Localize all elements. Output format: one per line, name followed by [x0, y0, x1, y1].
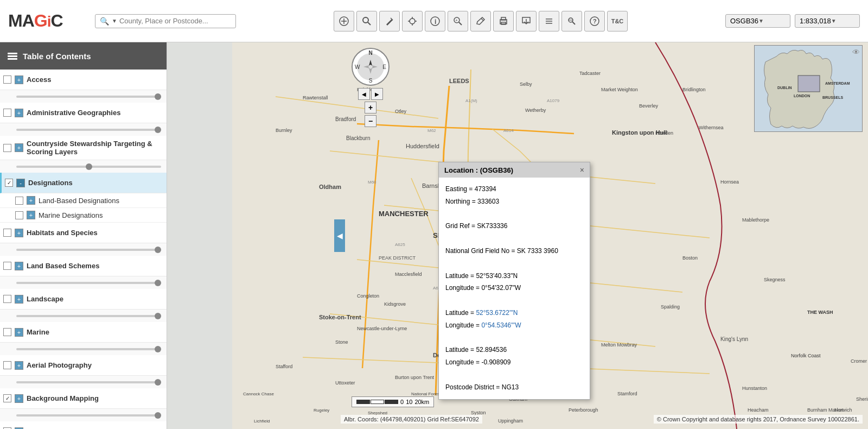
- designations-expand[interactable]: -: [16, 179, 25, 187]
- svg-rect-18: [501, 17, 506, 20]
- marine-opacity-slider[interactable]: [16, 348, 161, 350]
- nav-btn-right[interactable]: ▶: [371, 88, 383, 100]
- aerial-opacity-slider[interactable]: [16, 381, 161, 383]
- location-popup: Location : (OSGB36) × Easting = 473394 N…: [438, 162, 590, 400]
- aerial-expand[interactable]: +: [15, 361, 23, 370]
- svg-text:Selby: Selby: [520, 81, 532, 87]
- toolbar-export-btn[interactable]: [516, 11, 537, 31]
- toolbar-edit-btn[interactable]: [470, 11, 491, 31]
- toolbar-find-btn[interactable]: [561, 11, 582, 31]
- toc-item-os-colour[interactable]: + OS Colour Mapping: [0, 421, 167, 429]
- bg-mapping-checkbox[interactable]: [3, 394, 11, 402]
- zoom-out-btn[interactable]: −: [365, 115, 376, 127]
- designations-checkbox[interactable]: [5, 179, 13, 187]
- svg-text:Spalding: Spalding: [661, 304, 680, 310]
- map-navigation-controls: N E S W ◀ ▶ + −: [352, 48, 390, 127]
- toc-item-habitats[interactable]: + Habitats and Species: [0, 223, 167, 256]
- habitats-opacity-slider[interactable]: [16, 249, 161, 251]
- scale-select[interactable]: 1:833,018 ▼: [795, 14, 860, 28]
- sidebar-collapse-btn[interactable]: ◀: [334, 219, 345, 252]
- admin-geo-checkbox[interactable]: [3, 109, 11, 117]
- toolbar-tc-btn[interactable]: T&C: [607, 11, 628, 31]
- access-checkbox[interactable]: [3, 75, 11, 84]
- layers-icon: [8, 53, 17, 60]
- land-based-expand[interactable]: +: [15, 262, 23, 270]
- nav-btn-left[interactable]: ◀: [358, 88, 370, 100]
- toc-item-bg-mapping[interactable]: + Background Mapping: [0, 388, 167, 421]
- land-based-opacity-slider[interactable]: [16, 282, 161, 284]
- habitats-expand[interactable]: +: [15, 229, 23, 237]
- svg-marker-110: [369, 68, 372, 74]
- toc-item-land-based[interactable]: + Land Based Schemes: [0, 256, 167, 289]
- toolbar-search-btn[interactable]: [356, 11, 377, 31]
- svg-line-14: [459, 22, 462, 25]
- habitats-checkbox[interactable]: [3, 229, 11, 237]
- location-popup-title: Location : (OSGB36): [444, 166, 513, 174]
- copyright-bar: © Crown Copyright and database rights 20…: [654, 415, 863, 424]
- marine-expand[interactable]: +: [15, 328, 23, 337]
- cs-targeting-checkbox[interactable]: [3, 144, 11, 152]
- logo-g: G: [34, 11, 47, 30]
- admin-geo-expand[interactable]: +: [15, 109, 23, 117]
- compass-rose: N E S W: [352, 48, 390, 86]
- admin-geo-opacity-slider[interactable]: [16, 129, 161, 131]
- zoom-in-btn[interactable]: +: [365, 102, 376, 113]
- marine-desig-label: Marine Designations: [39, 211, 162, 219]
- toolbar-identify-btn[interactable]: i: [425, 11, 445, 31]
- svg-text:Stamford: Stamford: [617, 391, 637, 396]
- marine-checkbox[interactable]: [3, 328, 11, 336]
- toolbar-help-btn[interactable]: ?: [584, 11, 605, 31]
- svg-text:Bridlington: Bridlington: [682, 87, 706, 92]
- coordinate-system-select[interactable]: OSGB36 ▼: [725, 14, 790, 28]
- toc-item-cs-targeting[interactable]: + Countryside Stewardship Targeting & Sc…: [0, 136, 167, 173]
- svg-text:Stoke-on-Trent: Stoke-on-Trent: [319, 314, 361, 320]
- toolbar-draw-btn[interactable]: [379, 11, 400, 31]
- mini-map-toggle-btn[interactable]: 👁: [852, 48, 860, 56]
- svg-text:Hunstanton: Hunstanton: [742, 386, 767, 391]
- scale-line: [356, 400, 398, 404]
- toolbar-print-btn[interactable]: [493, 11, 514, 31]
- svg-text:Peterborough: Peterborough: [569, 407, 598, 413]
- toc-item-landscape[interactable]: + Landscape: [0, 289, 167, 322]
- toc-item-admin-geo[interactable]: + Administrative Geographies: [0, 103, 167, 136]
- bg-mapping-opacity-slider[interactable]: [16, 414, 161, 417]
- access-opacity-slider[interactable]: [16, 96, 161, 98]
- location-popup-close-btn[interactable]: ×: [580, 166, 584, 174]
- location-northing: Northing = 333603: [445, 195, 583, 208]
- svg-text:Mablethorpe: Mablethorpe: [742, 217, 769, 223]
- landscape-checkbox[interactable]: [3, 295, 11, 303]
- logo-i: i: [47, 13, 51, 30]
- bg-mapping-expand[interactable]: +: [15, 394, 23, 403]
- toc-sub-item-land-desig[interactable]: + Land-Based Designations: [0, 193, 167, 208]
- toolbar-crosshair-btn[interactable]: [402, 11, 423, 31]
- svg-text:Cannock Chase: Cannock Chase: [243, 392, 274, 396]
- aerial-checkbox[interactable]: [3, 361, 11, 369]
- os-colour-expand[interactable]: +: [15, 427, 23, 430]
- toc-item-aerial[interactable]: + Aerial Photography: [0, 355, 167, 388]
- toolbar-measure-btn[interactable]: [334, 11, 354, 31]
- map-container[interactable]: LEEDS MANCHESTER Sheffield Stoke-on-Tren…: [167, 42, 868, 429]
- search-icon: 🔍: [100, 17, 109, 26]
- toc-item-access[interactable]: + Access: [0, 70, 167, 103]
- toolbar-list-btn[interactable]: [539, 11, 559, 31]
- cs-targeting-expand[interactable]: +: [15, 143, 23, 152]
- search-dropdown-arrow[interactable]: ▼: [112, 18, 117, 24]
- toc-item-marine[interactable]: + Marine: [0, 322, 167, 355]
- landscape-opacity-slider[interactable]: [16, 315, 161, 317]
- toc-item-designations[interactable]: - Designations + Land-Based Designations…: [0, 173, 167, 223]
- marine-desig-expand[interactable]: +: [27, 211, 35, 219]
- toolbar-zoom-search-btn[interactable]: +: [448, 11, 468, 31]
- land-based-checkbox[interactable]: [3, 262, 11, 270]
- cs-targeting-opacity-slider[interactable]: [16, 166, 161, 168]
- access-expand[interactable]: +: [15, 75, 23, 84]
- land-desig-checkbox[interactable]: [15, 197, 23, 205]
- landscape-expand[interactable]: +: [15, 295, 23, 304]
- cs-targeting-label: Countryside Stewardship Targeting & Scor…: [27, 140, 162, 156]
- svg-text:Hornsea: Hornsea: [720, 179, 739, 185]
- nav-buttons: ◀ ▶ + −: [352, 88, 390, 127]
- toc-sub-item-marine-desig[interactable]: + Marine Designations: [0, 208, 167, 223]
- search-input[interactable]: [119, 17, 228, 25]
- land-desig-expand[interactable]: +: [27, 196, 35, 205]
- marine-desig-checkbox[interactable]: [15, 211, 23, 219]
- search-container[interactable]: 🔍 ▼: [95, 14, 236, 28]
